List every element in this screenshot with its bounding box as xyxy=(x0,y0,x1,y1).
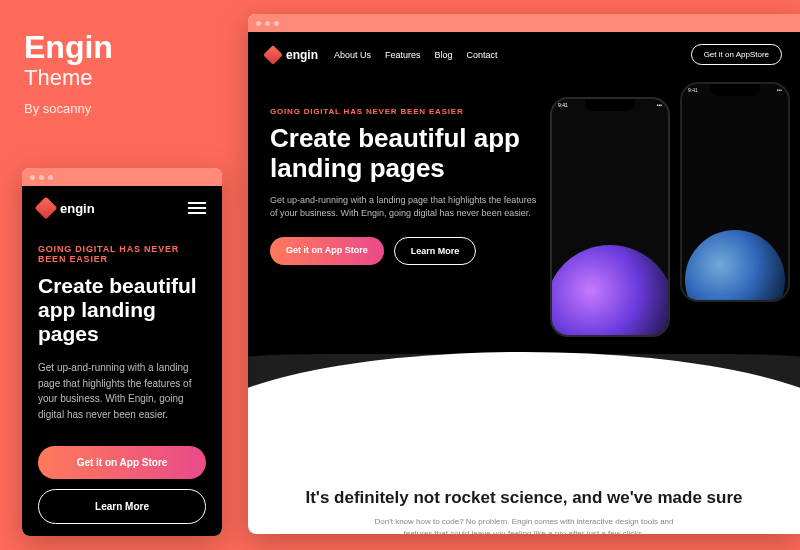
primary-cta-button[interactable]: Get it on App Store xyxy=(270,237,384,265)
phone-back: 9:41 ••• xyxy=(680,82,790,302)
browser-titlebar xyxy=(248,14,800,32)
signal-icon: ••• xyxy=(657,102,662,108)
theme-name: Engin xyxy=(24,30,113,65)
theme-subtitle: Theme xyxy=(24,65,113,91)
below-fold-section: It's definitely not rocket science, and … xyxy=(248,469,800,534)
hero-headline: Create beautiful app landing pages xyxy=(38,274,206,346)
below-text: Don't know how to code? No problem. Engi… xyxy=(364,516,684,534)
phone-notch-icon xyxy=(710,84,760,96)
brand-name: engin xyxy=(60,201,95,216)
secondary-cta-button[interactable]: Learn More xyxy=(394,237,477,265)
hero-description: Get up-and-running with a landing page t… xyxy=(270,194,540,221)
phone-notch-icon xyxy=(585,99,635,111)
hero-buttons: Get it on App Store Learn More xyxy=(38,446,206,524)
hero-eyebrow: GOING DIGITAL HAS NEVER BEEN EASIER xyxy=(38,244,206,264)
brand-logo[interactable]: engin xyxy=(38,200,95,216)
planet-wallpaper xyxy=(685,230,785,302)
window-dot-icon xyxy=(30,175,35,180)
phone-time: 9:41 xyxy=(558,102,568,108)
below-title: It's definitely not rocket science, and … xyxy=(288,487,760,508)
nav-cta-button[interactable]: Get it on AppStore xyxy=(691,44,782,65)
primary-cta-button[interactable]: Get it on App Store xyxy=(38,446,206,479)
theme-byline: By socanny xyxy=(24,101,113,116)
window-dot-icon xyxy=(39,175,44,180)
phone-front: 9:41 ••• xyxy=(550,97,670,337)
signal-icon: ••• xyxy=(777,87,782,93)
mobile-nav: engin xyxy=(38,200,206,216)
hamburger-menu-icon[interactable] xyxy=(188,202,206,214)
theme-metadata: Engin Theme By socanny xyxy=(24,30,113,116)
window-dot-icon xyxy=(256,21,261,26)
nav-link-contact[interactable]: Contact xyxy=(467,50,498,60)
window-dot-icon xyxy=(265,21,270,26)
desktop-content: engin About Us Features Blog Contact Get… xyxy=(248,32,800,534)
brand-name: engin xyxy=(286,48,318,62)
phone-mockups: 9:41 ••• 9:41 ••• xyxy=(540,82,790,322)
desktop-preview-window: engin About Us Features Blog Contact Get… xyxy=(248,14,800,534)
secondary-cta-button[interactable]: Learn More xyxy=(38,489,206,524)
mobile-preview-window: engin GOING DIGITAL HAS NEVER BEEN EASIE… xyxy=(22,168,222,536)
browser-titlebar xyxy=(22,168,222,186)
hero-headline: Create beautiful app landing pages xyxy=(270,124,550,184)
logo-cube-icon xyxy=(35,197,58,220)
logo-cube-icon xyxy=(263,45,283,65)
nav-link-features[interactable]: Features xyxy=(385,50,421,60)
hero-description: Get up-and-running with a landing page t… xyxy=(38,360,206,422)
phone-time: 9:41 xyxy=(688,87,698,93)
nav-links: About Us Features Blog Contact xyxy=(334,50,498,60)
nav-link-about[interactable]: About Us xyxy=(334,50,371,60)
brand-logo[interactable]: engin xyxy=(266,48,318,62)
site-nav: engin About Us Features Blog Contact Get… xyxy=(248,32,800,77)
planet-wallpaper xyxy=(550,245,670,337)
window-dot-icon xyxy=(274,21,279,26)
nav-link-blog[interactable]: Blog xyxy=(435,50,453,60)
mobile-content: engin GOING DIGITAL HAS NEVER BEEN EASIE… xyxy=(22,186,222,536)
window-dot-icon xyxy=(48,175,53,180)
